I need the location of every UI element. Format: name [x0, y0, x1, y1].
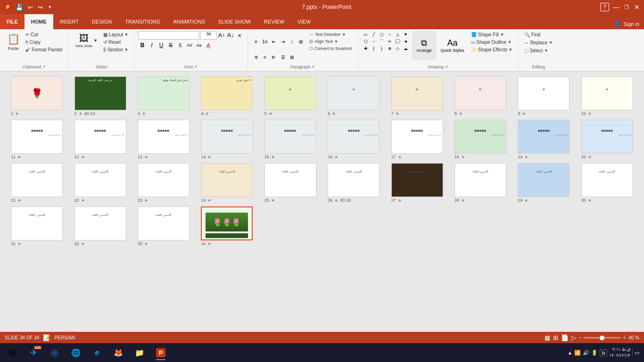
taskbar-firefox[interactable]: 🦊 — [108, 344, 128, 361]
slide-star[interactable]: ★ — [334, 155, 338, 159]
view-normal-btn[interactable]: ▦ — [545, 334, 550, 341]
layout-button[interactable]: ▦ Layout ▼ — [101, 31, 130, 38]
paragraph-expand[interactable]: ↗ — [311, 65, 315, 69]
shape-oval[interactable]: ○ — [386, 31, 394, 38]
shape-line[interactable]: ╱ — [370, 31, 378, 38]
align-left[interactable]: ⫷ — [252, 53, 260, 61]
slide-star[interactable]: ★ — [332, 111, 336, 116]
new-slide-button[interactable]: 🖼 New Slide ▼ — [73, 31, 100, 50]
align-text-button[interactable]: ⊡ Align Text ▼ — [307, 38, 354, 45]
copy-button[interactable]: ⎘ Copy — [24, 39, 65, 46]
slide-item-2[interactable]: تدريس اللغة العربية2★00:10 — [70, 76, 130, 116]
tab-view[interactable]: VIEW — [291, 14, 317, 29]
slide-star[interactable]: ★ — [271, 155, 275, 159]
slide-star[interactable]: ★ — [207, 198, 211, 203]
slide-item-29[interactable]: الأسبين اللقاء29★ — [514, 163, 573, 203]
slide-star[interactable]: ★ — [588, 111, 592, 116]
notes-icon[interactable]: 📝 — [43, 334, 50, 341]
view-reading-btn[interactable]: 📄 — [561, 334, 569, 341]
slide-star[interactable]: ★ — [461, 198, 465, 203]
quick-customize[interactable]: ▼ — [47, 4, 53, 10]
quick-styles-button[interactable]: Aa Quick Styles — [437, 31, 468, 59]
shape-callout[interactable]: 💬 — [394, 38, 402, 45]
tray-volume[interactable]: 🔊 — [583, 350, 589, 356]
slide-item-10[interactable]: ▦10★ — [578, 76, 637, 116]
select-button[interactable]: ⬚ Select ▼ — [522, 47, 555, 54]
align-center[interactable]: ≡ — [261, 53, 269, 61]
slide-item-1[interactable]: 🌹1★ — [7, 76, 66, 116]
start-button[interactable]: ⊞ — [2, 344, 22, 361]
numbering-button[interactable]: 1≡ — [261, 37, 269, 46]
clear-format[interactable]: ✕ — [235, 31, 244, 40]
slide-item-33[interactable]: الأسبين اللقاء33★ — [134, 206, 193, 246]
font-size-decrease[interactable]: A↓ — [226, 31, 235, 40]
slide-star[interactable]: ★ — [459, 111, 462, 116]
slide-item-20[interactable]: ◼◼◼◼◼نص عربي تجريبي20★ — [578, 120, 637, 159]
shape-cloud[interactable]: ☁ — [402, 45, 410, 52]
slide-item-15[interactable]: ◼◼◼◼◼نص عربي تجريبي15★ — [261, 120, 320, 159]
slide-star[interactable]: ★ — [15, 111, 19, 116]
font-name-dropdown[interactable] — [138, 31, 199, 40]
slide-item-25[interactable]: الأسبين اللقاء25★ — [261, 163, 320, 203]
slide-star[interactable]: ★ — [81, 241, 85, 246]
slide-item-34[interactable]: 🌷🌷🌷34★ — [197, 206, 256, 246]
slide-item-28[interactable]: الأسبين اللقاء28★ — [451, 163, 510, 203]
minimize-button[interactable]: — — [613, 4, 619, 10]
tab-design[interactable]: DESIGN — [85, 14, 118, 29]
restore-button[interactable]: ❐ — [623, 4, 630, 10]
slide-star[interactable]: ★ — [461, 155, 465, 159]
shape-star[interactable]: ★ — [402, 38, 410, 45]
slide-star[interactable]: ★ — [144, 241, 148, 246]
slide-star[interactable]: ★ — [269, 111, 272, 116]
format-painter-button[interactable]: 🖌 Format Painter — [24, 46, 65, 53]
slide-item-27[interactable]: الأسبين اللقاء27★ — [387, 163, 446, 203]
slide-star[interactable]: ★ — [396, 111, 399, 116]
shape-brace[interactable]: } — [378, 45, 386, 52]
align-right[interactable]: ⫸ — [270, 53, 278, 61]
slide-star[interactable]: ★ — [524, 198, 528, 203]
slide-star[interactable]: ★ — [81, 198, 85, 203]
tab-review[interactable]: REVIEW — [257, 14, 291, 29]
drawing-expand[interactable]: ↗ — [445, 65, 448, 69]
arrange-button[interactable]: ⧉ Arrange — [413, 31, 436, 59]
quick-undo[interactable]: ↩ — [27, 3, 34, 12]
shape-curved[interactable]: ⌒ — [378, 38, 386, 45]
slide-item-4[interactable]: ✏ نص عربي4★ — [197, 76, 256, 116]
taskbar-folder[interactable]: 📁 — [130, 344, 149, 361]
shape-cross[interactable]: ✚ — [362, 45, 370, 52]
taskbar-powerpoint[interactable]: P — [151, 344, 171, 361]
slide-item-14[interactable]: ◼◼◼◼◼نص عربي تجريبي14★ — [197, 120, 256, 159]
section-dropdown[interactable]: ▼ — [124, 48, 128, 52]
shape-effects-button[interactable]: ✨ Shape Effects ▼ — [469, 46, 514, 53]
tab-transitions[interactable]: TRANSITIONS — [118, 14, 166, 29]
new-slide-dropdown[interactable]: ▼ — [93, 38, 98, 43]
section-button[interactable]: § Section ▼ — [101, 46, 130, 53]
slide-item-8[interactable]: ▦8★ — [451, 76, 510, 116]
slide-item-12[interactable]: ◼◼◼◼◼نص عربي تجريبي12★ — [70, 120, 130, 159]
slide-item-23[interactable]: الأسبين اللقاء23★ — [134, 163, 193, 203]
zoom-thumb[interactable] — [600, 336, 604, 340]
replace-button[interactable]: ↔ Replace ▼ — [522, 39, 555, 46]
help-button[interactable]: ? — [600, 3, 609, 11]
slide-item-16[interactable]: ◼◼◼◼◼نص عربي تجريبي16★ — [324, 120, 383, 159]
find-button[interactable]: 🔍 Find — [522, 31, 555, 38]
slide-star[interactable]: ★ — [207, 155, 211, 159]
shape-triangle[interactable]: △ — [394, 31, 402, 38]
tab-file[interactable]: FILE — [0, 14, 25, 29]
slide-star[interactable]: ★ — [81, 155, 85, 159]
convert-smartart-button[interactable]: ⬡ Convert to SmartArt — [307, 45, 354, 52]
underline-button[interactable]: U — [157, 41, 165, 49]
shape-rect[interactable]: ▭ — [362, 31, 370, 38]
slide-item-13[interactable]: ◼◼◼◼◼نص عربي تجريبي13★ — [134, 120, 193, 159]
font-size-dropdown[interactable]: 36 — [200, 31, 217, 40]
bullets-button[interactable]: ≡ — [252, 37, 260, 46]
slide-item-11[interactable]: ◼◼◼◼◼نص عربي تجريبي11★ — [7, 120, 66, 159]
slide-star[interactable]: ★ — [205, 111, 209, 116]
reset-button[interactable]: ↺ Reset — [101, 39, 130, 46]
shape-diamond[interactable]: ◇ — [394, 45, 402, 52]
taskbar-ie[interactable]: e — [87, 344, 107, 361]
col-layout[interactable]: ⊞ — [288, 53, 296, 61]
slide-item-18[interactable]: ◼◼◼◼◼نص عربي تجريبي18★ — [451, 120, 510, 159]
char-spacing-button[interactable]: AV — [185, 41, 194, 49]
tab-insert[interactable]: INSERT — [53, 14, 85, 29]
